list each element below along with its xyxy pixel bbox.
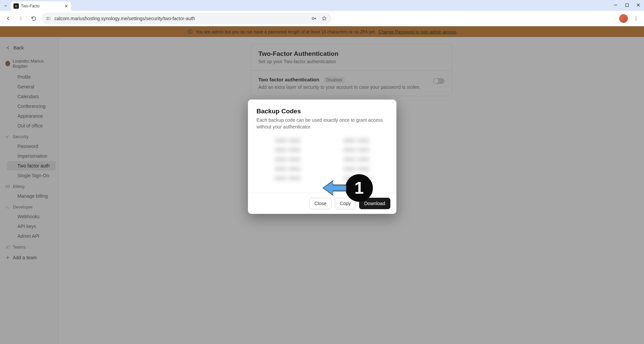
backup-code: xxxx-xxxx — [332, 175, 381, 183]
svg-point-5 — [636, 16, 636, 17]
tab-favicon: c — [13, 3, 19, 9]
browser-chrome: c Two-Facto ✕ calcom.mariushosting.synol… — [0, 0, 644, 26]
tab-title: Two-Facto — [21, 4, 62, 8]
arrow-left-icon — [5, 15, 11, 22]
backup-codes-modal: Backup Codes Each backup code can be use… — [248, 100, 396, 214]
backup-codes-grid: xxxx-xxxx xxxx-xxxx xxxx-xxxx xxxx-xxxx … — [257, 138, 388, 186]
backup-code: xxxx-xxxx — [332, 156, 381, 164]
backup-code: xxxx-xxxx — [332, 138, 381, 145]
svg-point-4 — [312, 17, 314, 20]
window-minimize-button[interactable] — [612, 2, 618, 8]
svg-rect-1 — [626, 4, 628, 6]
backup-code: xxxx-xxxx — [332, 147, 381, 154]
browser-toolbar: calcom.mariushosting.synology.me/setting… — [0, 11, 644, 26]
download-button[interactable]: Download — [359, 198, 390, 209]
modal-description: Each backup code can be used exactly onc… — [257, 117, 388, 130]
url-text: calcom.mariushosting.synology.me/setting… — [54, 16, 308, 21]
modal-overlay[interactable]: Backup Codes Each backup code can be use… — [0, 26, 644, 344]
profile-avatar-button[interactable] — [619, 14, 628, 23]
tab-close-button[interactable]: ✕ — [64, 4, 69, 8]
tab-bar: c Two-Facto ✕ — [0, 0, 644, 11]
window-controls — [612, 2, 641, 8]
arrow-right-icon — [18, 15, 24, 22]
svg-point-7 — [636, 20, 636, 21]
dots-vertical-icon — [633, 16, 639, 21]
address-bar[interactable]: calcom.mariushosting.synology.me/setting… — [42, 13, 331, 24]
backup-code: xxxx-xxxx — [263, 175, 312, 183]
window-maximize-button[interactable] — [624, 2, 630, 8]
svg-point-6 — [636, 18, 636, 19]
password-key-icon[interactable] — [311, 15, 317, 22]
backup-code: xxxx-xxxx — [263, 147, 312, 154]
nav-back-button[interactable] — [3, 14, 13, 23]
nav-forward-button[interactable] — [16, 14, 26, 23]
copy-button[interactable]: Copy — [335, 198, 356, 209]
window-close-button[interactable] — [635, 2, 641, 8]
tabs-dropdown-button[interactable] — [2, 2, 9, 9]
modal-title: Backup Codes — [257, 108, 388, 115]
backup-code: xxxx-xxxx — [263, 166, 312, 173]
modal-footer: Close Copy Download — [248, 193, 396, 214]
bookmark-star-icon[interactable] — [321, 15, 327, 22]
reload-icon — [31, 16, 37, 22]
chevron-down-icon — [3, 3, 8, 8]
browser-menu-button[interactable] — [631, 16, 641, 21]
backup-code: xxxx-xxxx — [332, 166, 381, 173]
site-settings-icon[interactable] — [46, 16, 51, 21]
close-button[interactable]: Close — [309, 198, 332, 209]
backup-code: xxxx-xxxx — [263, 138, 312, 145]
browser-tab[interactable]: c Two-Facto ✕ — [11, 1, 71, 11]
nav-reload-button[interactable] — [29, 14, 38, 23]
page: You are admin but you do not have a pass… — [0, 26, 644, 344]
backup-code: xxxx-xxxx — [263, 156, 312, 164]
